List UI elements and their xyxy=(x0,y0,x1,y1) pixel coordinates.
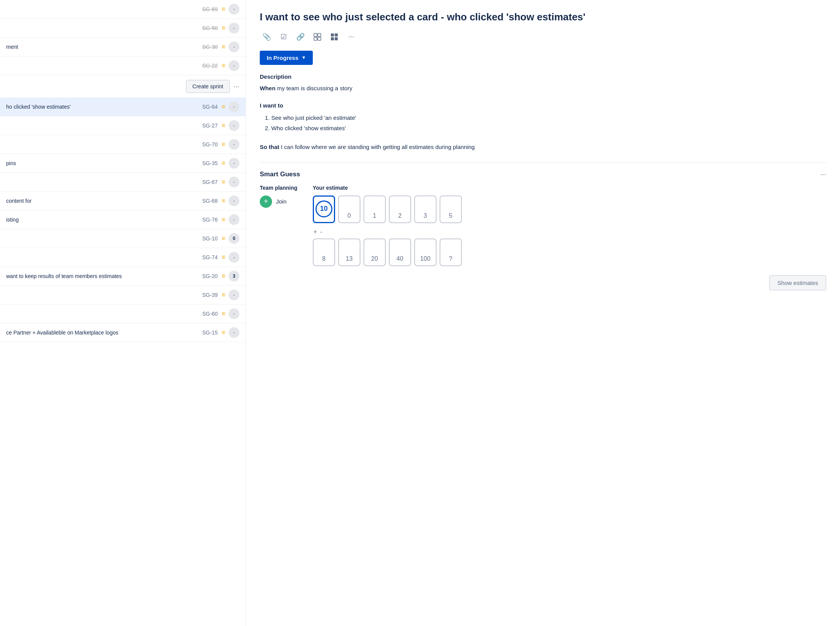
smart-guess-more-button[interactable]: ··· xyxy=(820,171,826,179)
status-button[interactable]: In Progress ▼ xyxy=(260,51,313,65)
row-label: pins xyxy=(6,160,195,166)
list-row[interactable]: pins SG-35 ≡ - xyxy=(0,154,246,173)
estimate-card-0[interactable]: 0 xyxy=(338,195,360,223)
drag-icon: ≡ xyxy=(222,179,225,185)
estimate-card-13[interactable]: 13 xyxy=(338,238,360,266)
description-heading: Description xyxy=(260,73,826,80)
plus-button[interactable]: + xyxy=(313,229,318,235)
list-row[interactable]: ce Partner + Availableble on Marketplace… xyxy=(0,323,246,342)
checkbox-icon[interactable]: ☑ xyxy=(277,30,291,44)
drag-icon: ≡ xyxy=(222,329,225,336)
drag-icon: ≡ xyxy=(222,43,225,50)
row-label: ho clicked 'show estimates' xyxy=(6,104,195,110)
ticket-id: SG-67 xyxy=(195,179,218,185)
minus-button[interactable]: - xyxy=(229,177,239,187)
drag-icon: ≡ xyxy=(222,122,225,129)
list-row[interactable]: content for SG-68 ≡ - xyxy=(0,192,246,210)
when-text: When my team is discussing a story xyxy=(260,84,826,93)
card-value: 0 xyxy=(347,212,351,219)
list-row[interactable]: ho clicked 'show estimates' SG-64 ≡ - xyxy=(0,98,246,116)
create-sprint-button[interactable]: Create sprint xyxy=(186,80,230,93)
list-row[interactable]: SG-70 ≡ - xyxy=(0,135,246,154)
estimate-card-8[interactable]: 8 xyxy=(313,238,335,266)
show-estimates-button[interactable]: Show estimates xyxy=(769,275,826,290)
ticket-id: SG-27 xyxy=(195,123,218,129)
drag-icon: ≡ xyxy=(222,62,225,69)
minus-button[interactable]: - xyxy=(229,101,239,112)
estimate-row-1: 10 0 1 2 3 xyxy=(313,195,462,223)
grid-icon[interactable] xyxy=(327,30,341,44)
smart-guess-title: Smart Guess xyxy=(260,171,300,178)
list-item: See who just picked 'an estimate' xyxy=(271,113,826,123)
minus-button[interactable]: - xyxy=(319,229,323,235)
list-row[interactable]: SG-74 ≡ - xyxy=(0,248,246,267)
estimate-card-1[interactable]: 1 xyxy=(364,195,386,223)
list-row: SG-50 ≡ - xyxy=(0,19,246,38)
minus-button[interactable]: - xyxy=(229,60,239,71)
minus-button[interactable]: - xyxy=(229,4,239,15)
ticket-id: SG-74 xyxy=(195,254,218,260)
svg-rect-2 xyxy=(314,37,317,40)
right-panel: I want to see who just selected a card -… xyxy=(246,0,840,626)
estimate-card-selected[interactable]: 10 xyxy=(313,195,335,223)
smart-guess-section: Smart Guess ··· Team planning + Join You… xyxy=(260,162,826,290)
ticket-id: SG-64 xyxy=(195,104,218,110)
show-estimates-footer: Show estimates xyxy=(260,275,826,290)
want-list: See who just picked 'an estimate' Who cl… xyxy=(260,113,826,133)
sprint-more-button[interactable]: ··· xyxy=(234,83,239,91)
list-row[interactable]: SG-67 ≡ - xyxy=(0,173,246,192)
drag-icon: ≡ xyxy=(222,160,225,167)
estimate-card-3[interactable]: 3 xyxy=(414,195,437,223)
ticket-id: SG-60 xyxy=(195,311,218,317)
team-planning-label: Team planning xyxy=(260,185,297,191)
estimate-grid: 10 0 1 2 3 xyxy=(313,195,462,266)
chevron-down-icon: ▼ xyxy=(302,55,306,60)
estimate-card-question[interactable]: ? xyxy=(440,238,462,266)
count-button[interactable]: 0 xyxy=(229,233,239,244)
svg-rect-4 xyxy=(331,33,334,36)
minus-button[interactable]: - xyxy=(229,120,239,131)
row-label: ment xyxy=(6,44,195,50)
link-icon[interactable]: 🔗 xyxy=(294,30,307,44)
list-row[interactable]: isting SG-76 ≡ - xyxy=(0,210,246,229)
selected-value-circle: 10 xyxy=(315,200,332,217)
estimate-card-2[interactable]: 2 xyxy=(389,195,411,223)
minus-button[interactable]: - xyxy=(229,41,239,52)
ticket-id: SG-10 xyxy=(195,235,218,242)
minus-button[interactable]: - xyxy=(229,23,239,33)
minus-button[interactable]: - xyxy=(229,214,239,225)
list-row[interactable]: SG-60 ≡ - xyxy=(0,305,246,323)
minus-button[interactable]: - xyxy=(229,308,239,319)
card-value: 40 xyxy=(397,255,403,262)
ticket-id: SG-76 xyxy=(195,217,218,223)
layers-icon[interactable] xyxy=(310,30,324,44)
drag-icon: ≡ xyxy=(222,103,225,110)
minus-button[interactable]: - xyxy=(229,158,239,169)
attachment-icon[interactable]: 📎 xyxy=(260,30,274,44)
minus-button[interactable]: - xyxy=(229,195,239,206)
estimate-columns: Team planning + Join Your estimate 10 xyxy=(260,185,826,266)
minus-button[interactable]: - xyxy=(229,252,239,263)
more-options-icon[interactable]: ··· xyxy=(344,30,358,44)
list-row[interactable]: SG-39 ≡ - xyxy=(0,286,246,305)
join-button[interactable]: + xyxy=(260,195,272,208)
card-value: 2 xyxy=(398,212,402,219)
estimate-card-20[interactable]: 20 xyxy=(364,238,386,266)
minus-button[interactable]: - xyxy=(229,327,239,338)
count-button[interactable]: 3 xyxy=(229,271,239,282)
list-row[interactable]: SG-27 ≡ - xyxy=(0,116,246,135)
list-row: SG-22 ≡ - xyxy=(0,56,246,75)
selected-value: 10 xyxy=(320,205,328,213)
estimate-card-5[interactable]: 5 xyxy=(440,195,462,223)
estimate-card-40[interactable]: 40 xyxy=(389,238,411,266)
list-row[interactable]: want to keep results of team members est… xyxy=(0,267,246,286)
minus-button[interactable]: - xyxy=(229,139,239,150)
list-row[interactable]: SG-10 ≡ 0 xyxy=(0,229,246,248)
ticket-id: SG-68 xyxy=(195,198,218,204)
card-value: ? xyxy=(449,255,452,262)
list-row: ment SG-30 ≡ - xyxy=(0,38,246,56)
minus-button[interactable]: - xyxy=(229,290,239,300)
row-label: isting xyxy=(6,217,195,223)
your-estimate-label: Your estimate xyxy=(313,185,462,191)
estimate-card-100[interactable]: 100 xyxy=(414,238,437,266)
